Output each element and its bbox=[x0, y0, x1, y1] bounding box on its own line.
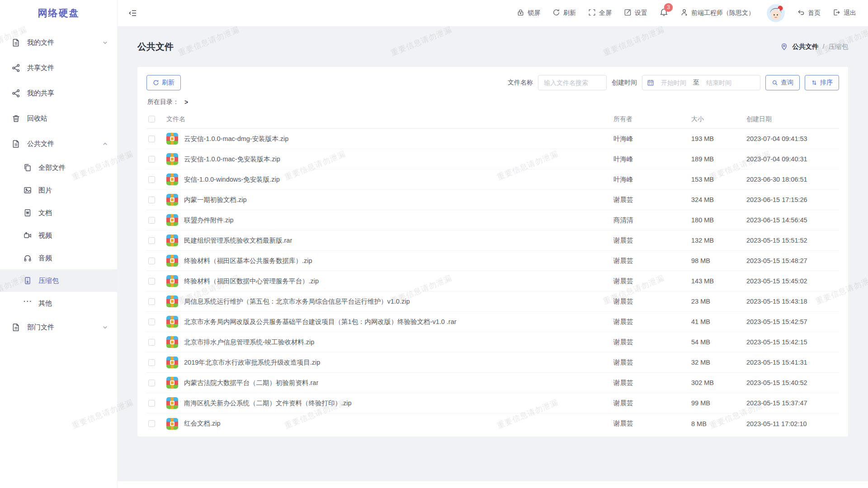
file-name[interactable]: 内蒙一期初验文档.zip bbox=[184, 196, 247, 204]
sidebar-item-shared-files[interactable]: 共享文件 bbox=[0, 55, 117, 80]
file-date: 2023-05-15 15:40:52 bbox=[746, 379, 839, 386]
row-checkbox[interactable] bbox=[148, 136, 155, 142]
sidebar-item-recycle-bin[interactable]: 回收站 bbox=[0, 106, 117, 131]
table-row[interactable]: 云安信-1.0.0-mac-dmg-安装版本.zip 叶海峰 193 MB 20… bbox=[146, 129, 839, 149]
row-checkbox[interactable] bbox=[148, 359, 155, 366]
breadcrumb-current: 压缩包 bbox=[829, 42, 849, 51]
select-all-checkbox[interactable] bbox=[148, 116, 155, 122]
file-name[interactable]: 联盟办件附件.zip bbox=[184, 216, 234, 225]
file-owner: 谢晨芸 bbox=[613, 379, 691, 387]
sidebar-item-my-shares[interactable]: 我的共享 bbox=[0, 80, 117, 106]
file-owner: 谢晨芸 bbox=[613, 358, 691, 367]
lock-screen-button[interactable]: 锁屏 bbox=[517, 9, 540, 18]
table-row[interactable]: 内蒙古法院大数据平台（二期）初验前资料.rar 谢晨芸 302 MB 2023-… bbox=[146, 373, 839, 393]
file-name[interactable]: 北京市排水户信息管理系统-竣工验收材料.zip bbox=[184, 338, 314, 347]
sidebar-item-public-files[interactable]: 公共文件 bbox=[0, 131, 117, 156]
zip-file-icon bbox=[166, 133, 178, 145]
table-row[interactable]: 北京市排水户信息管理系统-竣工验收材料.zip 谢晨芸 54 MB 2023-0… bbox=[146, 332, 839, 352]
file-owner: 谢晨芸 bbox=[613, 297, 691, 306]
row-checkbox[interactable] bbox=[148, 319, 155, 325]
sidebar-item-others[interactable]: ··· 其他 bbox=[0, 292, 117, 314]
filename-input[interactable] bbox=[538, 75, 607, 90]
row-checkbox[interactable] bbox=[148, 217, 155, 224]
table-row[interactable]: 终验材料（福田区数据中心管理服务平台）.zip 谢晨芸 143 MB 2023-… bbox=[146, 271, 839, 291]
row-checkbox[interactable] bbox=[148, 237, 155, 244]
file-name[interactable]: 内蒙古法院大数据平台（二期）初验前资料.rar bbox=[184, 379, 318, 387]
file-name[interactable]: 云安信-1.0.0-mac-dmg-安装版本.zip bbox=[184, 135, 288, 143]
row-checkbox[interactable] bbox=[148, 197, 155, 203]
breadcrumb-root[interactable]: 公共文件 bbox=[792, 42, 818, 51]
notification-badge: 3 bbox=[664, 3, 673, 12]
fullscreen-button[interactable]: 全屏 bbox=[588, 9, 612, 18]
row-checkbox[interactable] bbox=[148, 258, 155, 264]
table-row[interactable]: 民建组织管理系统验收文档最新版.rar 谢晨芸 132 MB 2023-05-1… bbox=[146, 230, 839, 251]
table-row[interactable]: 局信息系统运行维护（第五包：北京市水务局综合信息平台运行维护）v1.0.zip … bbox=[146, 291, 839, 312]
table-row[interactable]: 联盟办件附件.zip 商清清 180 MB 2023-06-15 14:56:4… bbox=[146, 210, 839, 230]
user-menu[interactable]: 前端工程师（陈思文） bbox=[680, 9, 755, 18]
sidebar-collapse-icon[interactable] bbox=[128, 9, 137, 18]
file-name[interactable]: 局信息系统运行维护（第五包：北京市水务局综合信息平台运行维护）v1.0.zip bbox=[184, 297, 410, 306]
refresh-list-button[interactable]: 刷新 bbox=[146, 75, 181, 90]
home-button[interactable]: 首页 bbox=[797, 9, 821, 18]
table-row[interactable]: 终验材料（福田区基本公共服务数据库）.zip 谢晨芸 98 MB 2023-05… bbox=[146, 251, 839, 271]
sidebar-item-label: 公共文件 bbox=[27, 140, 54, 148]
file-name[interactable]: 终验材料（福田区基本公共服务数据库）.zip bbox=[184, 257, 312, 265]
file-name[interactable]: 终验材料（福田区数据中心管理服务平台）.zip bbox=[184, 277, 319, 286]
toolbar: 刷新 文件名称 创建时间 至 bbox=[146, 75, 839, 90]
table-row[interactable]: 安信-1.0.0-windows-免安装版.zip 叶海峰 153 MB 202… bbox=[146, 169, 839, 190]
file-owner: 商清清 bbox=[613, 216, 691, 225]
sidebar-item-department-files[interactable]: 部门文件 bbox=[0, 314, 117, 340]
file-name[interactable]: 南海区机关新办公系统（二期）文件资料（终验打印）.zip bbox=[184, 399, 352, 408]
sidebar-item-documents[interactable]: 文档 bbox=[0, 202, 117, 224]
avatar[interactable] bbox=[767, 4, 785, 22]
row-checkbox[interactable] bbox=[148, 339, 155, 346]
row-checkbox[interactable] bbox=[148, 400, 155, 407]
table-row[interactable]: 2019年北京市水行政审批系统升级改造项目.zip 谢晨芸 32 MB 2023… bbox=[146, 352, 839, 373]
row-checkbox[interactable] bbox=[148, 156, 155, 163]
file-size: 143 MB bbox=[691, 277, 746, 285]
row-checkbox[interactable] bbox=[148, 380, 155, 386]
row-checkbox[interactable] bbox=[148, 176, 155, 183]
file-size: 324 MB bbox=[691, 196, 746, 203]
row-checkbox[interactable] bbox=[148, 298, 155, 305]
file-owner: 谢晨芸 bbox=[613, 419, 691, 428]
refresh-icon bbox=[552, 9, 560, 18]
file-owner: 叶海峰 bbox=[613, 135, 691, 143]
refresh-button[interactable]: 刷新 bbox=[552, 9, 576, 18]
table-row[interactable]: 南海区机关新办公系统（二期）文件资料（终验打印）.zip 谢晨芸 99 MB 2… bbox=[146, 393, 839, 413]
sidebar-item-audio[interactable]: 音频 bbox=[0, 247, 117, 269]
date-range-picker[interactable]: 至 bbox=[642, 75, 760, 90]
file-name[interactable]: 红会文档.zip bbox=[184, 419, 221, 428]
location-pin-icon bbox=[780, 43, 788, 51]
end-date-input[interactable] bbox=[702, 79, 736, 86]
query-button[interactable]: 查询 bbox=[765, 75, 800, 90]
horizontal-scrollbar[interactable] bbox=[118, 481, 868, 488]
table-row[interactable]: 内蒙一期初验文档.zip 谢晨芸 324 MB 2023-06-15 17:15… bbox=[146, 190, 839, 210]
sidebar-item-images[interactable]: 图片 bbox=[0, 179, 117, 202]
row-checkbox[interactable] bbox=[148, 420, 155, 427]
notifications-button[interactable]: 3 bbox=[660, 8, 668, 18]
table-row[interactable]: 北京市水务局内网改版及公共服务基础平台建设项目（第1包：内网改版）终验验文档-v… bbox=[146, 312, 839, 332]
row-checkbox[interactable] bbox=[148, 278, 155, 285]
logout-button[interactable]: 退出 bbox=[833, 9, 856, 18]
file-name[interactable]: 民建组织管理系统验收文档最新版.rar bbox=[184, 236, 292, 245]
table-row[interactable]: 云安信-1.0.0-mac-免安装版本.zip 叶海峰 189 MB 2023-… bbox=[146, 149, 839, 169]
file-name[interactable]: 安信-1.0.0-windows-免安装版.zip bbox=[184, 175, 280, 184]
directory-root-separator[interactable]: > bbox=[184, 99, 188, 106]
file-date: 2023-07-04 09:41:53 bbox=[746, 135, 839, 142]
file-name[interactable]: 云安信-1.0.0-mac-免安装版本.zip bbox=[184, 155, 280, 164]
settings-button[interactable]: 设置 bbox=[624, 9, 647, 18]
file-name[interactable]: 北京市水务局内网改版及公共服务基础平台建设项目（第1包：内网改版）终验验文档-v… bbox=[184, 318, 457, 326]
sidebar-item-all-files[interactable]: 全部文件 bbox=[0, 156, 117, 179]
undo-arrow-icon bbox=[797, 9, 805, 18]
sidebar-item-label: 全部文件 bbox=[38, 164, 66, 172]
sort-button[interactable]: 排序 bbox=[805, 75, 839, 90]
table-row[interactable]: 红会文档.zip 谢晨芸 8 MB 2023-05-11 17:02:10 bbox=[146, 413, 839, 434]
start-date-input[interactable] bbox=[657, 79, 690, 86]
zip-file-icon bbox=[166, 296, 178, 307]
sidebar-item-videos[interactable]: 视频 bbox=[0, 224, 117, 247]
sidebar-item-archives[interactable]: 压缩包 bbox=[0, 269, 117, 292]
file-size: 32 MB bbox=[691, 359, 746, 366]
file-name[interactable]: 2019年北京市水行政审批系统升级改造项目.zip bbox=[184, 358, 320, 367]
sidebar-item-my-files[interactable]: 我的文件 bbox=[0, 30, 117, 55]
